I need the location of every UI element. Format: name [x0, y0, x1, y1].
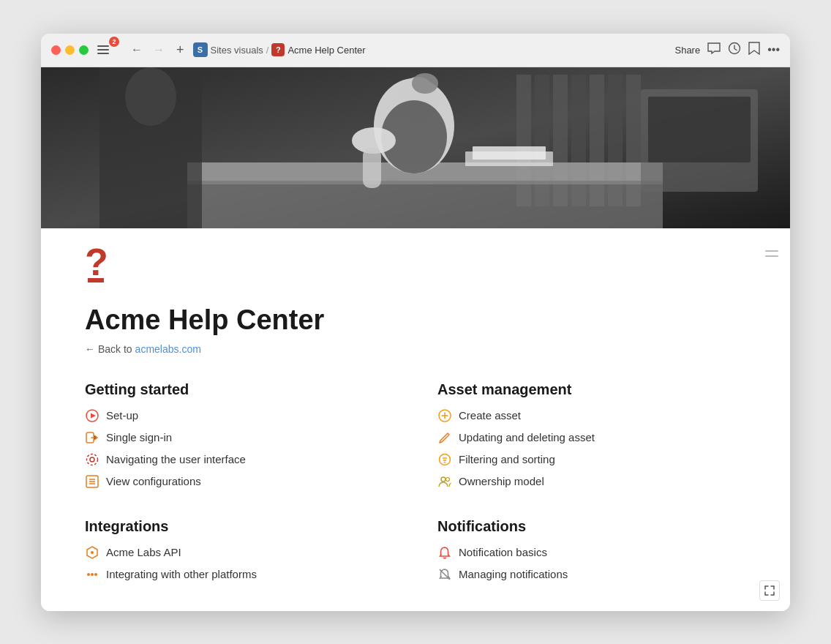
section-links-getting-started: Set-upSingle sign-inNavigating the user …	[85, 408, 394, 489]
comment-button[interactable]	[707, 42, 721, 57]
svg-rect-21	[648, 97, 751, 162]
svg-point-25	[125, 67, 176, 126]
back-link: ← Back to acmelabs.com	[85, 343, 746, 355]
svg-point-48	[94, 573, 97, 576]
svg-rect-13	[187, 181, 663, 228]
svg-point-46	[87, 573, 90, 576]
pencil-icon	[437, 430, 452, 445]
link-label: Managing notifications	[459, 568, 568, 580]
expand-icon[interactable]	[759, 580, 780, 601]
list-item[interactable]: View configurations	[85, 474, 394, 489]
help-icon: ?	[271, 43, 285, 56]
hero-photo	[41, 67, 790, 228]
section-links-asset-management: Create assetUpdating and deleting assetF…	[437, 408, 746, 489]
close-button[interactable]	[51, 45, 61, 55]
svg-rect-19	[363, 148, 381, 188]
list-item[interactable]: Ownership model	[437, 474, 746, 489]
plus-circle-icon	[437, 408, 452, 423]
link-label: Acme Labs API	[106, 546, 181, 558]
section-notifications: NotificationsNotification basicsManaging…	[437, 518, 746, 582]
gear-icon	[85, 452, 99, 467]
people-icon	[437, 474, 452, 489]
page-title: Acme Help Center	[85, 304, 746, 336]
section-integrations: IntegrationsAcme Labs APIIntegrating wit…	[85, 518, 394, 582]
list-item[interactable]: Integrating with other platforms	[85, 567, 394, 582]
minimize-button[interactable]	[65, 45, 75, 55]
list-item[interactable]: Notification basics	[437, 545, 746, 560]
back-button[interactable]: ←	[128, 42, 146, 58]
link-label: Create asset	[459, 409, 521, 422]
browser-window: 2 ← → + S Sites visuals / ? Acme Help Ce…	[41, 34, 790, 611]
svg-point-29	[90, 457, 94, 462]
list-icon	[85, 474, 99, 489]
link-label: View configurations	[106, 475, 201, 487]
link-label: Notification basics	[459, 546, 547, 558]
maximize-button[interactable]	[79, 45, 89, 55]
list-item[interactable]: Managing notifications	[437, 567, 746, 582]
traffic-lights	[51, 45, 89, 55]
link-label: Ownership model	[459, 475, 544, 487]
forward-button[interactable]: →	[150, 42, 168, 58]
new-tab-button[interactable]: +	[173, 41, 187, 59]
section-getting-started: Getting startedSet-upSingle sign-inNavig…	[85, 381, 394, 489]
svg-point-45	[91, 551, 94, 554]
breadcrumb-current: Acme Help Center	[287, 45, 365, 56]
link-label: Set-up	[106, 409, 138, 422]
question-mark-logo: ?	[85, 243, 108, 281]
scroll-line-2	[765, 255, 778, 257]
list-item[interactable]: Acme Labs API	[85, 545, 394, 560]
hex-icon	[85, 545, 99, 560]
svg-point-30	[87, 454, 98, 465]
more-button[interactable]: •••	[767, 43, 780, 56]
hero-image	[41, 67, 790, 228]
sites-icon: S	[193, 42, 208, 57]
section-links-integrations: Acme Labs APIIntegrating with other plat…	[85, 545, 394, 582]
list-item[interactable]: Navigating the user interface	[85, 452, 394, 467]
list-item[interactable]: Set-up	[85, 408, 394, 423]
link-label: Navigating the user interface	[106, 453, 246, 465]
section-title-getting-started: Getting started	[85, 381, 394, 398]
svg-rect-1	[97, 49, 109, 50]
section-title-notifications: Notifications	[437, 518, 746, 535]
svg-point-38	[440, 454, 451, 465]
breadcrumb-separator: /	[266, 45, 269, 56]
section-asset-management: Asset managementCreate assetUpdating and…	[437, 381, 746, 489]
link-label: Filtering and sorting	[459, 453, 555, 465]
breadcrumb-sites[interactable]: Sites visuals	[211, 45, 263, 56]
list-item[interactable]: Create asset	[437, 408, 746, 423]
bell-off-icon	[437, 567, 452, 582]
browser-nav: ← →	[128, 42, 168, 58]
svg-point-16	[412, 73, 438, 94]
question-mark-base	[88, 278, 104, 282]
back-link-anchor[interactable]: acmelabs.com	[135, 343, 201, 355]
bookmark-button[interactable]	[748, 42, 760, 58]
breadcrumb: S Sites visuals / ? Acme Help Center	[193, 42, 669, 57]
svg-rect-0	[97, 45, 109, 47]
svg-point-43	[446, 477, 450, 481]
link-label: Integrating with other platforms	[106, 568, 257, 580]
section-links-notifications: Notification basicsManaging notification…	[437, 545, 746, 582]
logo-section: ?	[41, 228, 790, 290]
dots-icon	[85, 567, 99, 582]
main-wrapper: ? Acme Help Center ← Back to acmelabs.co…	[41, 228, 790, 611]
svg-rect-23	[473, 146, 546, 160]
svg-point-47	[91, 573, 94, 576]
scroll-line-1	[765, 250, 778, 252]
list-item[interactable]: Filtering and sorting	[437, 452, 746, 467]
sidebar-toggle[interactable]	[94, 44, 112, 56]
list-item[interactable]: Updating and deleting asset	[437, 430, 746, 445]
page-content: ? Acme Help Center ← Back to acmelabs.co…	[41, 228, 790, 611]
filter-icon	[437, 452, 452, 467]
section-title-integrations: Integrations	[85, 518, 394, 535]
notification-badge: 2	[109, 37, 119, 47]
sections-grid: Getting startedSet-upSingle sign-inNavig…	[85, 381, 746, 582]
scrollbar-indicator	[765, 250, 778, 257]
section-title-asset-management: Asset management	[437, 381, 746, 398]
history-button[interactable]	[728, 42, 741, 58]
list-item[interactable]: Single sign-in	[85, 430, 394, 445]
browser-actions: Share •••	[674, 42, 780, 58]
browser-chrome: 2 ← → + S Sites visuals / ? Acme Help Ce…	[41, 34, 790, 67]
share-button[interactable]: Share	[674, 45, 700, 56]
main-content: Acme Help Center ← Back to acmelabs.com …	[41, 290, 790, 611]
svg-point-42	[441, 477, 445, 482]
